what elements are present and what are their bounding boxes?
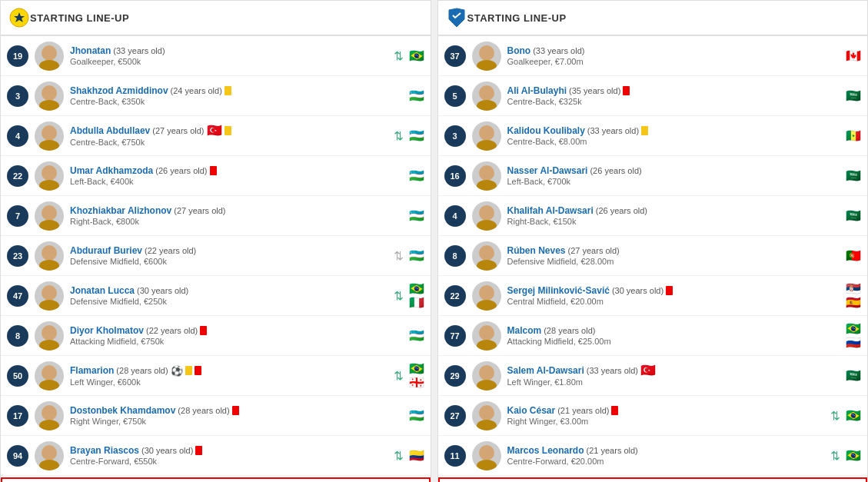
flags-col: 🇸🇳 — [846, 130, 861, 142]
player-name-row: Flamarion(28 years old)⚽ — [70, 365, 394, 377]
flag-icon: 🇸🇦 — [846, 210, 861, 222]
player-row: 8Diyor Kholmatov(22 years old)Attacking … — [1, 316, 431, 356]
flag-icon: 🇷🇸 — [846, 283, 861, 295]
svg-point-13 — [39, 260, 59, 271]
player-age: (26 years old) — [596, 206, 647, 215]
player-number: 50 — [7, 365, 28, 387]
yellow-card-icon — [224, 86, 231, 95]
player-name[interactable]: Khalifah Al-Dawsari — [507, 205, 594, 216]
action-icons: ⇄ — [831, 448, 841, 463]
svg-point-5 — [39, 100, 59, 111]
svg-point-22 — [42, 445, 57, 460]
player-row: 27Kaio César(21 years old)Right Winger, … — [438, 396, 868, 436]
player-avatar — [35, 201, 64, 231]
player-age: (28 years old) — [544, 326, 595, 335]
svg-point-4 — [42, 85, 57, 101]
player-row: 94Brayan Riascos(30 years old)Centre-For… — [1, 436, 431, 476]
svg-point-11 — [39, 220, 59, 231]
action-icons: ⇄ — [831, 408, 841, 423]
svg-point-24 — [479, 45, 494, 61]
main-container: STARTING LINE-UP19Jhonatan(33 years old)… — [0, 0, 868, 482]
svg-point-15 — [39, 300, 59, 311]
flags-col: 🇸🇦 — [846, 170, 861, 182]
player-age: (27 years old) — [152, 126, 204, 135]
player-row: 4Khalifah Al-Dawsari(26 years old)Right-… — [438, 196, 868, 236]
player-name[interactable]: Shakhzod Azmiddinov — [70, 85, 168, 96]
flag-icon: 🇸🇦 — [846, 90, 861, 102]
substitution-icon: ⇄ — [392, 450, 407, 460]
player-name[interactable]: Abdurauf Buriev — [70, 245, 142, 256]
svg-point-28 — [479, 125, 494, 141]
flag-icon: 🇬🇪 — [409, 377, 424, 389]
player-info: Dostonbek Khamdamov(28 years old)Right W… — [70, 405, 404, 426]
player-name[interactable]: Diyor Kholmatov — [70, 325, 144, 336]
flag-icon: 🇺🇿 — [409, 250, 424, 262]
player-number: 4 — [7, 125, 28, 147]
player-name[interactable]: Jonatan Lucca — [70, 285, 135, 296]
player-name[interactable]: Dostonbek Khamdamov — [70, 405, 175, 416]
svg-point-3 — [39, 60, 59, 71]
player-number: 4 — [444, 205, 466, 227]
player-number: 23 — [7, 245, 28, 267]
flag-icon: 🇸🇦 — [846, 370, 861, 382]
player-name[interactable]: Brayan Riascos — [70, 445, 139, 456]
player-name[interactable]: Salem Al-Dawsari — [507, 365, 584, 376]
red-card-icon — [623, 86, 630, 95]
player-details: Defensive Midfield, €250k — [70, 297, 394, 306]
flag-icon: 🇧🇷 — [846, 323, 861, 335]
svg-point-26 — [479, 85, 494, 101]
svg-point-40 — [479, 365, 494, 381]
player-name[interactable]: Marcos Leonardo — [507, 445, 584, 456]
player-name[interactable]: Abdulla Abdullaev — [70, 125, 150, 136]
player-row: 19Jhonatan(33 years old)Goalkeeper, €500… — [1, 36, 431, 76]
player-name[interactable]: Rúben Neves — [507, 245, 566, 256]
flag-icon: 🇧🇷 — [846, 450, 861, 462]
player-info: Jhonatan(33 years old)Goalkeeper, €500k — [70, 45, 394, 66]
flags-col: 🇵🇹 — [846, 250, 861, 262]
player-details: Goalkeeper, €7.00m — [507, 57, 842, 66]
player-avatar — [472, 401, 501, 430]
player-name[interactable]: Sergej Milinković-Savić — [507, 285, 610, 296]
player-avatar — [472, 241, 501, 271]
player-name[interactable]: Umar Adkhamzoda — [70, 165, 153, 176]
svg-point-12 — [42, 245, 57, 261]
action-icons: ⇄ — [394, 48, 404, 63]
player-name[interactable]: Khozhiakbar Alizhonov — [70, 205, 171, 216]
player-name-row: Rúben Neves(27 years old) — [507, 245, 842, 256]
player-row: 22Umar Adkhamzoda(26 years old)Left-Back… — [1, 156, 431, 196]
player-name[interactable]: Kaio César — [507, 405, 556, 416]
flags-col: 🇧🇷 — [409, 50, 424, 62]
svg-point-10 — [42, 205, 57, 221]
red-card-icon — [195, 446, 202, 455]
player-age: (30 years old) — [137, 286, 188, 295]
svg-point-35 — [477, 260, 497, 271]
red-card-icon — [232, 406, 239, 415]
player-details: Attacking Midfield, €750k — [70, 337, 404, 346]
player-number: 29 — [444, 365, 466, 387]
player-number: 19 — [7, 45, 28, 67]
player-row: 23Abdurauf Buriev(22 years old)Defensive… — [1, 236, 431, 276]
svg-point-41 — [477, 380, 497, 391]
player-name[interactable]: Flamarion — [70, 365, 114, 376]
flag-icon: 🇺🇿 — [409, 210, 424, 222]
flags-col: 🇸🇦 — [846, 90, 861, 102]
player-name[interactable]: Ali Al-Bulayhi — [507, 85, 567, 96]
svg-point-37 — [477, 300, 497, 311]
substitution-icon: ⇄ — [829, 450, 843, 460]
flag-icon: 🇸🇦 — [846, 170, 861, 182]
player-age: (22 years old) — [146, 326, 198, 335]
player-name[interactable]: Malcom — [507, 325, 542, 336]
team-header-left: STARTING LINE-UP — [1, 1, 431, 36]
red-card-icon — [611, 406, 618, 415]
player-name[interactable]: Bono — [507, 45, 531, 56]
player-name[interactable]: Nasser Al-Dawsari — [507, 165, 588, 176]
player-name[interactable]: Jhonatan — [70, 45, 111, 56]
player-name[interactable]: Kalidou Koulibaly — [507, 125, 585, 136]
svg-point-42 — [479, 405, 494, 421]
player-avatar — [35, 121, 64, 151]
player-age: (33 years old) — [587, 126, 639, 135]
player-details: Right Winger, €3.00m — [507, 417, 832, 426]
player-name-row: Ali Al-Bulayhi(35 years old) — [507, 85, 842, 96]
player-details: Left Winger, €1.80m — [507, 377, 842, 387]
yellow-card-icon — [224, 126, 231, 135]
